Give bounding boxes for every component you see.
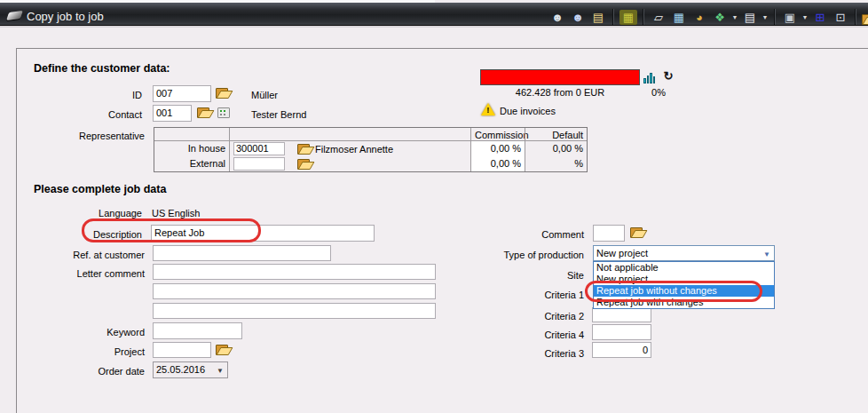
- criteria-3-input[interactable]: 0: [592, 342, 651, 358]
- titlebar-shadow: [0, 26, 868, 28]
- layers-icon[interactable]: ❖: [711, 9, 729, 26]
- order-date-combobox[interactable]: 25.05.2016 ▼: [153, 361, 228, 378]
- dropdown-arrow-icon[interactable]: ▼: [801, 14, 809, 20]
- pie-chart-icon[interactable]: ◕: [690, 9, 708, 26]
- folder-icon[interactable]: [862, 13, 868, 25]
- folder-icon[interactable]: [216, 344, 231, 355]
- workstation-icon[interactable]: ⊡: [832, 9, 849, 26]
- warning-icon: [481, 103, 495, 115]
- window-icon: [6, 11, 23, 20]
- ref-at-customer-label: Ref. at customer: [27, 250, 145, 261]
- folder-icon[interactable]: [216, 87, 231, 99]
- clipboard-note-icon[interactable]: ▤: [589, 9, 607, 26]
- copies-icon[interactable]: ▤: [741, 9, 759, 26]
- contact-input[interactable]: 001: [153, 105, 192, 122]
- toolbar: ☻ ☻ ▤ ▦ ▱ ▦ ◕ ❖ ▼ ▤ ▼ ▣ ▼ ⊞ ⊡: [548, 7, 868, 27]
- criteria-2-input[interactable]: [592, 307, 651, 322]
- title-bar: Copy job to job ☻ ☻ ▤ ▦ ▱ ▦ ◕ ❖ ▼ ▤ ▼ ▣ …: [0, 3, 868, 26]
- external-row-label: External: [154, 156, 229, 171]
- site-label: Site: [462, 270, 584, 282]
- type-of-production-dropdown-list: Not applicable New project Repeat job wi…: [593, 261, 775, 309]
- criteria-4-input[interactable]: [592, 324, 651, 340]
- language-value: US English: [152, 208, 200, 219]
- due-invoices-text: Due invoices: [500, 106, 556, 117]
- copy-job-window: Copy job to job ☻ ☻ ▤ ▦ ▱ ▦ ◕ ❖ ▼ ▤ ▼ ▣ …: [0, 0, 868, 413]
- external-commission-value[interactable]: 0,00 %: [470, 156, 525, 171]
- folder-icon[interactable]: [630, 226, 645, 238]
- inhouse-row-label: In house: [154, 141, 229, 156]
- toolbar-separator: [612, 9, 614, 25]
- order-date-label: Order date: [27, 366, 145, 377]
- type-of-production-combobox[interactable]: New project ▼: [593, 245, 775, 261]
- toolbar-separator: [855, 9, 856, 25]
- numpad-icon[interactable]: ▦: [619, 10, 637, 25]
- inhouse-code-input[interactable]: 300001: [233, 142, 285, 155]
- gauge-amount: 462.428 from 0 EUR: [480, 87, 640, 98]
- add-contact-icon[interactable]: ☻: [548, 9, 566, 26]
- toolbar-separator: [643, 9, 644, 25]
- calculator-icon[interactable]: ▦: [670, 9, 688, 26]
- dropdown-option-not-applicable[interactable]: Not applicable: [594, 262, 774, 274]
- project-input[interactable]: [153, 342, 211, 358]
- id-input[interactable]: 007: [153, 85, 211, 102]
- project-label: Project: [27, 346, 145, 358]
- letter-comment-label: Letter comment: [27, 268, 145, 280]
- edit-contact-icon[interactable]: ☻: [569, 9, 587, 26]
- letter-comment-input-2[interactable]: [153, 283, 436, 299]
- dropdown-arrow-icon[interactable]: ▼: [761, 14, 769, 20]
- commission-column-header: Commission: [470, 128, 525, 141]
- cube-icon[interactable]: ▣: [781, 9, 799, 26]
- order-date-value: 25.05.2016: [156, 364, 205, 375]
- dropdown-arrow-icon[interactable]: ▼: [731, 14, 738, 20]
- customer-name: Müller: [251, 90, 278, 101]
- description-label: Description: [27, 229, 142, 241]
- form-panel: [16, 48, 868, 413]
- representative-label: Representative: [27, 131, 145, 142]
- inhouse-default-value: 0,00 %: [525, 141, 587, 156]
- language-label: Language: [27, 208, 142, 219]
- description-input[interactable]: Repeat Job: [151, 225, 375, 242]
- default-column-header: Default: [525, 128, 587, 141]
- type-of-production-label: Type of production: [462, 250, 584, 261]
- inhouse-commission-value[interactable]: 0,00 %: [470, 141, 525, 156]
- bar-chart-icon[interactable]: [643, 71, 659, 83]
- refresh-icon[interactable]: ↻: [661, 69, 675, 83]
- contact-lookup-icon[interactable]: [217, 107, 230, 118]
- credit-limit-gauge: [480, 69, 640, 85]
- gauge-percent: 0%: [641, 87, 676, 98]
- chevron-down-icon: ▼: [217, 365, 224, 377]
- dropdown-option-repeat-job-with-changes[interactable]: Repeat job with changes: [594, 297, 774, 308]
- customer-section-heading: Define the customer data:: [34, 62, 170, 75]
- external-default-value: %: [525, 156, 587, 171]
- inhouse-representative-name: Filzmoser Annette: [315, 143, 393, 155]
- ref-at-customer-input[interactable]: [153, 245, 331, 261]
- dropdown-option-repeat-job-without-changes[interactable]: Repeat job without changes: [594, 285, 774, 297]
- folder-icon[interactable]: [297, 143, 312, 155]
- brush-icon[interactable]: ▱: [650, 9, 667, 26]
- chevron-down-icon: ▼: [763, 249, 770, 261]
- representative-table: Commission Default In house 300001 Filzm…: [154, 127, 588, 172]
- comment-input[interactable]: [593, 225, 625, 242]
- criteria-1-label: Criteria 1: [462, 290, 584, 301]
- toolbar-separator: [774, 9, 776, 25]
- criteria-2-label: Criteria 2: [462, 311, 584, 322]
- table-header-row: Commission Default: [154, 128, 587, 141]
- letter-comment-input-3[interactable]: [153, 303, 436, 319]
- external-code-input[interactable]: [233, 157, 285, 171]
- keyword-input[interactable]: [153, 322, 242, 339]
- comment-label: Comment: [462, 229, 584, 241]
- dropdown-option-new-project[interactable]: New project: [594, 274, 774, 285]
- keyword-label: Keyword: [27, 327, 145, 338]
- type-of-production-value: New project: [596, 248, 648, 258]
- table-row: In house 300001 Filzmoser Annette 0,00 %…: [154, 141, 587, 156]
- folder-icon[interactable]: [197, 107, 212, 118]
- criteria-3-label: Criteria 3: [462, 348, 584, 360]
- folder-icon[interactable]: [297, 158, 312, 170]
- table-row: External 0,00 % %: [154, 156, 587, 171]
- job-section-heading: Please complete job data: [34, 183, 166, 195]
- cart-icon[interactable]: ⊞: [811, 9, 829, 26]
- contact-name: Tester Bernd: [251, 109, 306, 121]
- id-label: ID: [27, 90, 142, 101]
- letter-comment-input-1[interactable]: [153, 264, 436, 280]
- criteria-4-label: Criteria 4: [462, 330, 584, 341]
